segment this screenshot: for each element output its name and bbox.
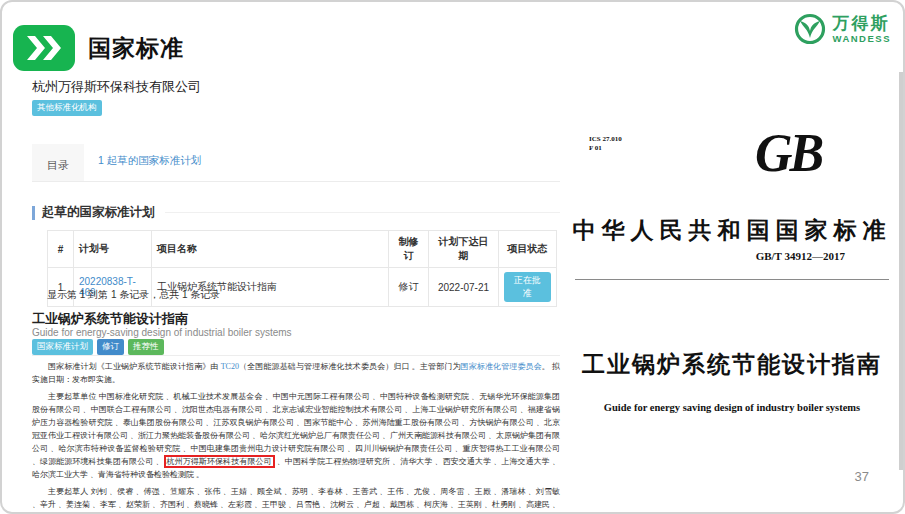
- col-issue-date: 计划下达日期: [429, 231, 499, 268]
- gb-logo: GB: [755, 123, 855, 193]
- company-type-badge: 其他标准化机构: [32, 100, 102, 116]
- col-index: #: [48, 231, 74, 268]
- paragraph-plan-info: 国家标准计划《工业锅炉系统节能设计指南》由 TC20（全国能源基础与管理标准化技…: [32, 360, 560, 386]
- col-revision: 制修订: [389, 231, 429, 268]
- cover-subject-en: Guide for energy saving design of indust…: [567, 402, 897, 413]
- col-plan-no: 计划号: [74, 231, 152, 268]
- p3-text: 主要起草人 刘钊 、侯睿 、傅强 、笪耀东 、张伟 、王婧 、顾全斌 、苏明 、…: [32, 487, 560, 514]
- section-title: 起草的国家标准计划: [42, 204, 155, 221]
- sac-link[interactable]: 国家标准化管理委员会: [461, 362, 542, 371]
- standard-title-en: Guide for energy-saving design of indust…: [32, 327, 292, 338]
- section-divider: [165, 212, 561, 213]
- table-header-row: # 计划号 项目名称 制修订 计划下达日期 项目状态: [48, 231, 557, 268]
- toc-label: 目录: [32, 144, 84, 181]
- gb-standard-cover: ICS 27.010 F 01 GB 中华人民共和国国家标准 GB/T 3491…: [567, 87, 897, 467]
- status-badge: 正在批准: [504, 272, 551, 302]
- section-accent-bar: [32, 206, 35, 220]
- tc20-link[interactable]: TC20: [221, 362, 239, 371]
- content-divider: [32, 355, 560, 356]
- paragraph-drafting-units: 主要起草单位 中国标准化研究院 、机械工业技术发展基金会 、中国中元国际工程有限…: [32, 390, 560, 481]
- p1-text: （全国能源基础与管理标准化技术委员会）归口 。主管部门为: [239, 362, 461, 371]
- toc-panel: 目录 1 起草的国家标准计划: [32, 144, 560, 182]
- cell-revision: 修订: [389, 268, 429, 307]
- ics-line1: ICS 27.010: [589, 135, 622, 144]
- toc-body: 1 起草的国家标准计划: [84, 144, 560, 181]
- standard-tags: 国家标准计划 修订 推荐性: [32, 339, 164, 355]
- wandess-emblem-icon: [793, 12, 827, 46]
- paragraph-drafters: 主要起草人 刘钊 、侯睿 、傅强 、笪耀东 、张伟 、王婧 、顾全斌 、苏明 、…: [32, 485, 560, 514]
- p2-text: 主要起草单位 中国标准化研究院 、机械工业技术发展基金会 、中国中元国际工程有限…: [32, 392, 560, 466]
- table-record-summary: 显示第 1 到第 1 条记录，总共 1 条记录: [47, 288, 220, 302]
- cell-issue-date: 2022-07-21: [429, 268, 499, 307]
- webpage-screenshot: 杭州万得斯环保科技有限公司 其他标准化机构 目录 1 起草的国家标准计划 起草的…: [32, 78, 560, 116]
- toc-link[interactable]: 1 起草的国家标准计划: [98, 154, 201, 166]
- page-title: 国家标准: [88, 33, 184, 64]
- section-header: 起草的国家标准计划: [32, 204, 560, 221]
- cover-subject-cn: 工业锅炉系统节能设计指南: [567, 349, 897, 380]
- standard-description: 国家标准计划《工业锅炉系统节能设计指南》由 TC20（全国能源基础与管理标准化技…: [32, 360, 560, 514]
- cell-status: 正在批准: [499, 268, 557, 307]
- page-number: 37: [855, 469, 869, 484]
- logo-name-cn: 万得斯: [832, 15, 891, 32]
- tag-national-plan: 国家标准计划: [32, 339, 93, 355]
- gb-logo-text: GB: [755, 122, 821, 184]
- standard-title-cn: 工业锅炉系统节能设计指南: [32, 310, 188, 328]
- ics-line2: F 01: [589, 144, 622, 153]
- standard-code: GB/T 34912—2017: [756, 250, 845, 262]
- ics-code: ICS 27.010 F 01: [589, 135, 622, 153]
- fast-forward-icon: [13, 25, 75, 71]
- tag-recommended: 推荐性: [128, 339, 164, 355]
- col-status: 项目状态: [499, 231, 557, 268]
- col-project-name: 项目名称: [152, 231, 389, 268]
- double-chevron-icon: [25, 35, 63, 61]
- slide: 国家标准 万得斯 WANDESS 杭州万得斯环保科技有限公司 其他标准化机构 目…: [0, 0, 905, 514]
- page-edge-strip: [899, 72, 903, 470]
- cover-rule: [575, 279, 889, 280]
- cover-title: 中华人民共和国国家标准: [567, 215, 897, 246]
- p1-text: 国家标准计划《工业锅炉系统节能设计指南》由: [48, 362, 221, 371]
- company-title: 杭州万得斯环保科技有限公司: [32, 78, 560, 96]
- wandess-logo: 万得斯 WANDESS: [793, 12, 891, 46]
- tag-revision: 修订: [97, 339, 124, 355]
- logo-name-en: WANDESS: [832, 34, 891, 44]
- red-highlight-box-company: 杭州万得斯环保科技有限公司: [164, 455, 275, 468]
